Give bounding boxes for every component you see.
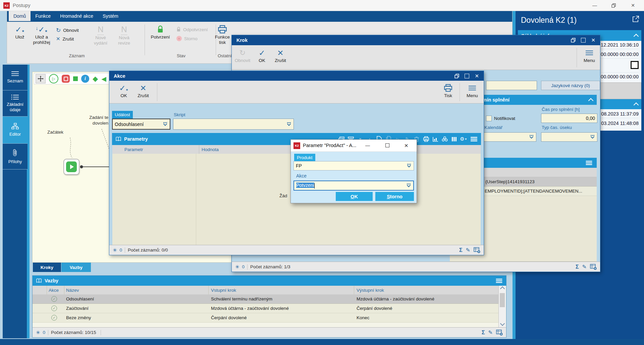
restore-button[interactable] xyxy=(604,0,623,11)
sum-button[interactable]: Σ xyxy=(576,264,579,270)
zrusit-button[interactable]: ✕ Zrušit xyxy=(56,36,74,42)
obnovit-button[interactable]: ↻ Obnovit xyxy=(56,27,79,34)
krok-zrusit-button[interactable]: ✕ Zrušit xyxy=(271,48,290,63)
menu-icon xyxy=(469,86,476,91)
close-button[interactable]: ✕ xyxy=(623,0,643,11)
flag-checkbox[interactable] xyxy=(631,61,639,69)
letter-n-icon: N xyxy=(98,24,103,35)
ribbon-tab-system[interactable]: Systém xyxy=(98,11,123,21)
typ-cas-useku-combo[interactable] xyxy=(541,132,597,142)
column-akce[interactable]: Akce xyxy=(49,288,59,293)
uloz-button[interactable]: ✓★ Ulož xyxy=(10,24,29,40)
settings-gear-icon[interactable]: ⚙▼ xyxy=(460,135,468,143)
krok-menu-button[interactable]: Menu xyxy=(581,48,598,63)
jazykove-nazvy-button[interactable]: Jazykové názvy (0) xyxy=(541,81,600,90)
table-scrollbar[interactable] xyxy=(498,286,506,327)
row-check-icon: ✓ xyxy=(51,315,57,321)
skript-combo[interactable] xyxy=(173,119,294,130)
dialog-storno-button[interactable]: Storno xyxy=(375,192,414,201)
scroll-up-icon[interactable] xyxy=(500,286,505,291)
dialog-titlebar[interactable]: K2 Parametr "ProdAct" - A... — ✕ xyxy=(291,140,417,152)
ribbon-tab-hromadne-akce[interactable]: Hromadné akce xyxy=(55,11,98,21)
cluster-icon[interactable] xyxy=(441,135,449,143)
nova-revize-button[interactable]: N Nová revize xyxy=(114,24,135,46)
maximize-icon[interactable] xyxy=(465,74,469,78)
table-row[interactable]: ✓ Beze změny Čerpání dovolené Konec xyxy=(33,313,498,323)
chart-icon[interactable] xyxy=(431,135,439,143)
parametry-menu-icon[interactable] xyxy=(471,137,477,141)
minimize-button[interactable]: — xyxy=(585,0,604,11)
ok-label: OK xyxy=(120,93,127,98)
column-vystupni-krok[interactable]: Výstupní krok xyxy=(357,288,384,293)
edit-button[interactable]: ✎ xyxy=(466,247,470,253)
funkce-tisk-button[interactable]: Funkce tisk xyxy=(212,24,232,45)
sidebar-item-prilohy[interactable]: Přílohy xyxy=(3,144,28,169)
akce-combo[interactable]: Potvzeni xyxy=(293,181,414,191)
add-record-icon[interactable] xyxy=(590,264,597,270)
akce-zrusit-button[interactable]: ✕ Zrušit xyxy=(133,83,153,98)
column-nazev[interactable]: Název xyxy=(66,288,79,293)
sum-button[interactable]: Σ xyxy=(482,330,485,336)
column-parametr[interactable]: Parametr xyxy=(124,147,143,152)
selected-count: 0 xyxy=(43,330,46,335)
ribbon-tab-funkce[interactable]: Funkce xyxy=(31,11,55,21)
minimize-icon[interactable]: — xyxy=(365,143,370,148)
close-icon[interactable]: ✕ xyxy=(591,37,595,43)
sidebar-item-seznam[interactable]: Seznam xyxy=(3,65,28,90)
dialog-ok-button[interactable]: OK xyxy=(336,192,373,201)
odpotvrzeni-button[interactable]: Odpotvrzení xyxy=(176,27,208,32)
akce-menu-button[interactable]: Menu xyxy=(464,83,481,98)
column-vstupni-krok[interactable]: Vstupní krok xyxy=(211,288,236,293)
maximize-icon[interactable] xyxy=(581,38,586,43)
list-icon xyxy=(11,71,19,76)
sum-button[interactable]: Σ xyxy=(459,247,463,253)
tab-kroky[interactable]: Kroky xyxy=(33,263,61,272)
edit-button[interactable]: ✎ xyxy=(488,329,493,336)
collapse-icon[interactable] xyxy=(588,98,594,103)
edit-button[interactable]: ✎ xyxy=(582,264,587,270)
akce-titlebar[interactable]: Akce ✕ xyxy=(109,71,484,81)
open-external-icon[interactable] xyxy=(632,15,639,23)
vazby-menu-icon[interactable] xyxy=(496,279,502,283)
restore-icon[interactable] xyxy=(571,38,576,43)
maximize-icon[interactable] xyxy=(385,143,389,147)
start-node[interactable] xyxy=(63,159,79,175)
app-titlebar: K2 Postupy — ✕ xyxy=(0,0,644,11)
akce-tisk-button[interactable]: Tisk xyxy=(439,83,457,98)
sidebar-item-editor[interactable]: Editor xyxy=(3,117,28,144)
storno-button[interactable]: ✕ Storno xyxy=(176,36,198,41)
collapse-icon[interactable] xyxy=(634,33,639,39)
udalost-combo[interactable]: Odsouhlasení xyxy=(112,119,170,130)
sidebar-item-zakladni-udaje[interactable]: Základní údaje xyxy=(3,90,28,117)
ribbon-tab-domu[interactable]: Domů xyxy=(9,11,31,21)
columns-icon[interactable] xyxy=(450,135,458,143)
scroll-thumb[interactable] xyxy=(500,293,505,307)
list-menu-icon[interactable] xyxy=(586,161,592,165)
column-hodnota[interactable]: Hodnota xyxy=(202,147,219,152)
krok-obnovit-button[interactable]: ↻ Obnovit xyxy=(232,48,253,63)
restore-icon[interactable] xyxy=(454,74,459,78)
scroll-down-icon[interactable] xyxy=(500,321,505,326)
add-record-icon[interactable] xyxy=(474,247,480,253)
table-row[interactable]: ✓ Zaúčtování Mzdová účtárna - zaúčtování… xyxy=(33,304,498,313)
produkt-combo[interactable]: FP xyxy=(293,161,414,170)
akce-ok-button[interactable]: ✓★ OK xyxy=(114,83,133,98)
krok-name-field[interactable] xyxy=(486,81,537,90)
potvrzeni-button[interactable]: Potvrzení xyxy=(148,24,173,40)
collapse-icon[interactable] xyxy=(634,102,639,108)
nove-vydani-button[interactable]: N Nové vydání xyxy=(90,24,111,46)
table-row[interactable]: ✓ Odsouhlasení Schválení termínu nadříze… xyxy=(33,294,498,304)
cas-pro-splneni-input[interactable]: 0,00 xyxy=(541,114,597,123)
letter-n-icon: N xyxy=(121,24,127,35)
tab-vazby[interactable]: Vazby xyxy=(61,263,91,272)
notifikovat-checkbox[interactable] xyxy=(486,116,492,121)
krok-ok-button[interactable]: ✓ OK xyxy=(253,48,271,63)
close-icon[interactable]: ✕ xyxy=(475,73,479,79)
uloz-a-prohlizej-button[interactable]: ↓✓★ Ulož a prohlížej xyxy=(30,24,53,45)
cell-value: {UserStep}14141931123 xyxy=(485,179,535,184)
add-record-icon[interactable] xyxy=(496,330,503,336)
skript-label: Skript xyxy=(174,112,185,117)
krok-titlebar[interactable]: Krok ✕ xyxy=(232,35,600,45)
close-icon[interactable]: ✕ xyxy=(404,143,409,149)
print-icon[interactable] xyxy=(422,135,430,143)
